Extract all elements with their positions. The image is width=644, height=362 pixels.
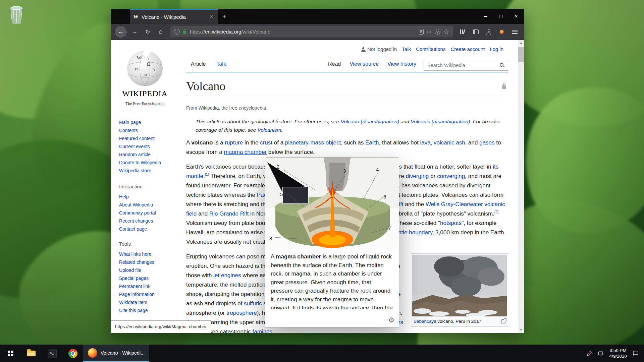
wiki-link[interactable]: magma chamber [224,149,267,155]
wiki-search [424,60,508,71]
pocket-icon[interactable] [435,29,440,35]
taskbar-clock[interactable]: 3:50 PM 4/9/2020 [609,348,627,359]
preview-settings-gear-icon[interactable]: ⚙ [388,315,394,325]
wiki-link[interactable]: famines [253,328,273,333]
bookmark-star-icon[interactable]: ☆ [443,28,449,36]
start-button[interactable] [0,345,21,362]
chrome-button[interactable] [62,345,83,362]
view-tab[interactable]: Read [328,59,341,69]
window-minimize-button[interactable] [478,9,493,24]
text-segment: This article is about the geological fea… [196,119,341,124]
wiki-link[interactable]: Volcanic (disambiguation) [411,119,470,124]
wiki-link[interactable]: converging [437,173,465,179]
home-button[interactable]: ⌂ [155,26,166,38]
window-maximize-button[interactable] [493,9,508,24]
page-actions-icon[interactable]: ••• [427,30,432,34]
wiki-link[interactable]: volcanic ash [434,139,465,146]
wiki-link[interactable]: hotspots [440,220,462,226]
sidebar-link[interactable]: Permanent link [119,282,183,290]
sidebar-link[interactable]: Cite this page [119,306,183,314]
sidebar-link[interactable]: Special pages [119,274,183,282]
touchpad-tray-button[interactable] [598,351,603,356]
wiki-link[interactable]: rupture [225,139,243,146]
pen-tray-button[interactable] [586,351,592,356]
console-icon: >_ [48,349,57,358]
menu-button[interactable] [509,26,521,38]
sidebar-link[interactable]: Help [119,193,183,201]
caption-text: Sabancaya volcano, Peru in 2017 [414,319,481,324]
wiki-link[interactable]: troposphere [226,310,257,316]
wiki-link[interactable]: [2] [494,210,498,214]
sidebar-link[interactable]: Upload file [119,266,183,274]
scroll-up-arrow[interactable]: ▲ [518,40,524,46]
site-info-icon[interactable]: i [174,29,180,35]
text-segment: is a large pool of liquid rock beneath t… [271,253,393,309]
wiki-link[interactable]: gases [479,139,494,146]
sidebar-link[interactable]: Main page [119,118,183,126]
search-icon[interactable] [500,63,505,68]
sidebar-link[interactable]: What links here [119,250,183,258]
wiki-link[interactable]: lava [420,139,430,146]
sidebar-link[interactable]: Page information [119,290,183,298]
scroll-down-arrow[interactable]: ▼ [518,327,524,333]
magma-chamber-diagram[interactable]: 2345678 [265,158,399,248]
sidebar-link[interactable]: Contents [119,126,183,134]
text-segment: . [281,127,282,133]
wiki-link[interactable]: diverging [406,173,429,179]
sidebar-link[interactable]: Recent changes [119,217,183,225]
namespace-tab[interactable]: Article [186,59,210,72]
window-close-button[interactable]: × [508,9,524,24]
link-wrap: Volcano (disambiguation) [341,119,399,124]
text-segment: volcano, Peru in 2017 [436,319,481,324]
action-center-button[interactable] [633,351,639,356]
new-tab-button[interactable]: + [218,9,231,24]
wiki-link[interactable]: Rio Grande Rift [209,210,249,217]
wikipedia-logo[interactable]: W Ω И Φ Á [124,47,165,88]
firefox-task-button[interactable]: Volcano - Wikipedi... [83,345,149,362]
thumb-enlarge-icon[interactable] [501,319,505,323]
search-input[interactable] [424,60,508,71]
wiki-link[interactable]: Volcanism [257,127,281,133]
sidebar-link[interactable]: Contact page [119,225,183,233]
extension-button[interactable] [496,26,507,38]
sidebar-link[interactable]: Featured content [119,134,183,142]
sidebar-link[interactable]: Wikipedia store [119,167,183,175]
sidebar-link[interactable]: Random article [119,150,183,159]
address-bar[interactable]: i https://en.wikipedia.org/wiki/Volcano … [170,26,453,37]
view-tab[interactable]: View history [387,59,416,69]
wiki-link[interactable]: Earth [365,139,379,146]
view-tab[interactable]: View source [350,59,379,69]
wiki-link[interactable]: jet engines [213,272,241,279]
library-button[interactable] [457,26,468,38]
sidebar-link[interactable]: About Wikipedia [119,201,183,209]
reload-button[interactable]: ↻ [142,26,153,38]
recycle-bin-icon[interactable] [9,5,24,25]
wiki-link[interactable]: crust [260,139,272,146]
page-scrollbar[interactable]: ▲ ▼ [518,40,524,333]
account-button[interactable] [483,26,494,38]
wiki-link[interactable]: [1] [205,172,209,176]
wiki-link[interactable]: Sabancaya [414,319,436,324]
file-explorer-button[interactable] [21,345,42,362]
namespace-tab[interactable]: Talk [212,59,230,72]
sidebar-nav-list: Main pageContentsFeatured contentCurrent… [119,118,183,175]
text-segment: or [429,173,437,179]
library-icon [460,29,465,35]
browser-tab[interactable]: W Volcano - Wikipedia × [130,9,218,24]
sidebar-toggle-button[interactable] [470,26,481,38]
tab-close-icon[interactable]: × [209,13,214,20]
reader-mode-icon[interactable] [419,29,424,35]
sabancaya-image[interactable] [412,255,507,316]
back-button[interactable]: ← [114,25,127,38]
wiki-link[interactable]: Volcano (disambiguation) [341,119,399,124]
forward-button[interactable]: → [129,26,140,38]
sidebar-link[interactable]: Donate to Wikipedia [119,159,183,167]
wiki-link[interactable]: planetary-mass object [285,139,341,146]
scrollbar-thumb[interactable] [518,47,524,62]
sidebar-link[interactable]: Current events [119,142,183,150]
sidebar-link[interactable]: Related changes [119,258,183,266]
wikipedia-page: Not logged in TalkContributionsCreate ac… [111,40,518,333]
console-app-button[interactable]: >_ [42,345,62,362]
sidebar-link[interactable]: Wikidata item [119,298,183,306]
sidebar-link[interactable]: Community portal [119,209,183,217]
